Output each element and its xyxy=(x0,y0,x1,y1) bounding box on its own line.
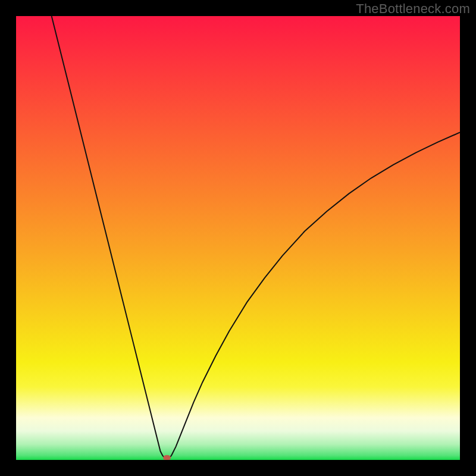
plot-svg xyxy=(16,16,460,460)
watermark-text: TheBottleneck.com xyxy=(356,1,470,17)
chart-frame: TheBottleneck.com xyxy=(0,0,476,476)
gradient-background xyxy=(16,16,460,460)
plot-area xyxy=(16,16,460,460)
